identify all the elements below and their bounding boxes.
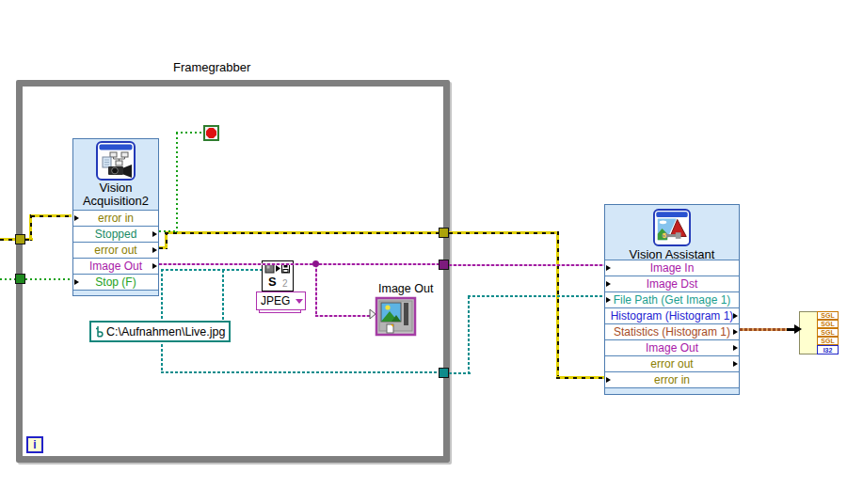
wire-file-path[interactable]: [222, 270, 224, 323]
terminal-arrow-icon: [606, 377, 611, 383]
terminal-image-out[interactable]: Image Out: [605, 339, 739, 355]
tunnel-stop-boolean[interactable]: [15, 274, 25, 284]
node-footer: [73, 290, 158, 295]
image-display-icon: [369, 296, 417, 337]
file-path-constant[interactable]: C:\Aufnahmen\Live.jpg: [89, 321, 231, 342]
format-dropdown[interactable]: JPEG: [256, 291, 306, 310]
wire-error-out[interactable]: [449, 231, 559, 234]
terminal-error-in[interactable]: error in: [73, 210, 158, 226]
statistics-cluster-indicator[interactable]: [799, 311, 818, 354]
wire-file-path[interactable]: [161, 269, 262, 271]
node-footer: [605, 387, 739, 394]
terminal-image-out[interactable]: Image Out: [73, 258, 158, 274]
wire-error-in[interactable]: [29, 214, 32, 241]
terminal-arrow-icon: [733, 361, 738, 367]
wire-image-out[interactable]: [159, 263, 439, 265]
terminal-arrow-icon: [733, 329, 738, 335]
instance-number: 2: [282, 278, 288, 289]
tunnel-file-path[interactable]: [439, 368, 449, 378]
chevron-down-icon: [296, 299, 303, 304]
terminal-error-out[interactable]: error out: [73, 242, 158, 258]
terminal-arrow-icon: [152, 231, 157, 237]
terminal-arrow-icon: [606, 297, 611, 303]
image-indicator-label: Image Out: [378, 282, 433, 295]
wire-file-path[interactable]: [161, 371, 439, 373]
wire-image-branch[interactable]: [315, 264, 317, 317]
cluster-field-sgl: SGL: [817, 328, 839, 337]
vision-acquisition-node[interactable]: Vision Acquisition2 error in Stopped err…: [72, 138, 159, 296]
terminal-arrow-icon: [606, 281, 611, 287]
svg-text:S: S: [268, 275, 277, 289]
terminal-arrow-icon: [733, 345, 738, 351]
file-path-value: C:\Aufnahmen\Live.jpg: [106, 325, 225, 339]
terminal-error-out[interactable]: error out: [605, 355, 739, 371]
terminal-stopped[interactable]: Stopped: [73, 226, 158, 242]
vision-assistant-node[interactable]: 5 Vision Assistant Image In Image Dst Fi…: [604, 204, 740, 395]
cluster-field-sgl: SGL: [817, 311, 839, 320]
terminal-arrow-icon: [606, 265, 611, 271]
format-label: JPEG: [261, 294, 290, 307]
terminal-arrow-icon: [152, 247, 157, 253]
loop-label: Framegrabber: [173, 60, 250, 74]
terminal-statistics[interactable]: Statistics (Histogram 1): [605, 323, 739, 339]
wire-file-path[interactable]: [468, 295, 604, 297]
svg-text:5: 5: [663, 232, 666, 239]
wire-stop-input[interactable]: [25, 278, 73, 280]
block-diagram: Framegrabber i: [0, 0, 847, 504]
wire-error-out[interactable]: [556, 231, 559, 379]
wire-stop-input[interactable]: [0, 278, 16, 280]
imaq-write-file-icon: S 2: [263, 261, 291, 289]
wire-error-out[interactable]: [556, 376, 604, 379]
terminal-histogram[interactable]: Histogram (Histogram 1): [605, 307, 739, 323]
wire-error-out[interactable]: [165, 231, 439, 234]
vision-acquisition-title: Vision Acquisition2: [73, 181, 158, 208]
wire-image-branch[interactable]: [315, 315, 370, 317]
terminal-arrow-icon: [152, 263, 157, 269]
terminal-image-dst[interactable]: Image Dst: [605, 276, 739, 291]
terminal-error-in[interactable]: error in: [605, 371, 739, 387]
wire-image-out[interactable]: [449, 264, 604, 266]
wire-statistics[interactable]: [740, 328, 789, 331]
wire-stopped[interactable]: [159, 230, 178, 232]
terminal-arrow-icon: [74, 215, 79, 221]
wire-stopped[interactable]: [176, 133, 178, 232]
wire-file-path[interactable]: [468, 296, 470, 374]
wire-junction-dot[interactable]: [312, 260, 319, 267]
terminal-image-in[interactable]: Image In: [605, 260, 739, 276]
terminal-stop-f[interactable]: Stop (F): [73, 274, 158, 290]
iteration-terminal[interactable]: i: [26, 436, 43, 453]
statistics-cluster-fields[interactable]: SGL SGL SGL SGL I32: [817, 311, 839, 354]
cluster-field-sgl: SGL: [817, 320, 839, 328]
terminal-arrow-icon: [733, 313, 738, 319]
wire-stopped[interactable]: [176, 132, 203, 134]
vision-assistant-icon: 5: [653, 209, 691, 250]
cluster-field-i32: I32: [817, 345, 839, 354]
stop-sign-icon: [206, 128, 216, 138]
terminal-file-path[interactable]: File Path (Get Image 1): [605, 291, 739, 307]
path-type-icon: [94, 324, 104, 339]
image-display-indicator[interactable]: [369, 296, 417, 340]
stop-button[interactable]: [203, 125, 219, 141]
terminal-arrow-icon: [74, 279, 79, 285]
cluster-field-sgl: SGL: [817, 337, 839, 345]
wire-statistics-arrowhead-icon: [794, 324, 802, 334]
tunnel-error-out[interactable]: [439, 228, 449, 238]
tunnel-image[interactable]: [439, 260, 449, 270]
vision-acquisition-icon: [96, 141, 136, 184]
wire-error-in[interactable]: [31, 214, 72, 217]
tunnel-error-in[interactable]: [15, 234, 25, 244]
